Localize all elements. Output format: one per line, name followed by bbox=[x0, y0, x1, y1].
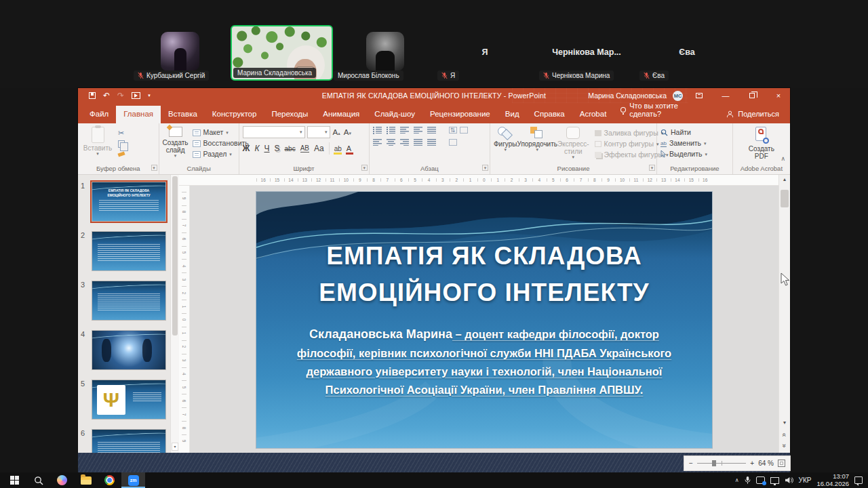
participant-video-1[interactable] bbox=[161, 32, 199, 71]
slide-thumbnail-1[interactable]: ЕМПАТІЯ ЯК СКЛАДОВАЕМОЦІЙНОГО ІНТЕЛЕКТУ bbox=[92, 182, 166, 222]
scroll-down-icon[interactable]: ▾ bbox=[172, 443, 178, 451]
copy-icon[interactable] bbox=[118, 140, 125, 148]
language-indicator[interactable]: УКР bbox=[799, 476, 812, 484]
slide-thumbnail-4[interactable] bbox=[92, 330, 166, 370]
arrange-button[interactable]: Упорядочить ▾ bbox=[517, 126, 557, 152]
account-avatar[interactable]: МС bbox=[673, 91, 683, 101]
decrease-indent-icon[interactable] bbox=[400, 126, 409, 134]
create-pdf-button[interactable]: Создать PDF bbox=[741, 126, 782, 160]
dialog-launcher-icon[interactable]: ▾ bbox=[361, 165, 368, 171]
justify-icon[interactable] bbox=[414, 138, 422, 146]
shapes-button[interactable]: Фигуры ▾ bbox=[494, 126, 517, 152]
select-button[interactable]: Выделить ▾ bbox=[660, 149, 707, 159]
participant-video-2-active-speaker[interactable]: Марина Складановська bbox=[231, 25, 333, 81]
scroll-up-icon[interactable]: ▴ bbox=[779, 176, 790, 182]
highlight-color-button[interactable]: ab bbox=[334, 145, 342, 152]
thumbnail-item-5[interactable]: 5 Ψ bbox=[81, 380, 166, 420]
start-slideshow-icon[interactable] bbox=[132, 92, 140, 99]
save-icon[interactable] bbox=[89, 92, 96, 99]
cut-icon[interactable]: ✂ bbox=[118, 129, 125, 138]
new-slide-button[interactable]: Создать слайд ▾ bbox=[163, 126, 189, 158]
replace-button[interactable]: ab Заменить ▾ bbox=[660, 138, 707, 148]
slide-thumbnail-5[interactable]: Ψ bbox=[92, 380, 166, 420]
thumbnail-item-2[interactable]: 2 bbox=[81, 231, 166, 271]
bullets-icon[interactable] bbox=[373, 126, 382, 134]
taskbar-chrome-button[interactable] bbox=[98, 472, 121, 488]
vertical-scrollbar[interactable]: ▴ ▾ « » bbox=[778, 175, 790, 453]
format-painter-icon[interactable] bbox=[118, 150, 125, 157]
minimize-button[interactable]: — bbox=[715, 88, 736, 103]
share-button[interactable]: Поделиться bbox=[715, 106, 790, 123]
taskbar-zoom-button[interactable]: zm bbox=[121, 472, 145, 488]
zoom-out-button[interactable]: − bbox=[689, 460, 693, 467]
thumbnail-item-3[interactable]: 3 bbox=[81, 281, 166, 321]
fit-to-window-icon[interactable] bbox=[778, 460, 785, 467]
previous-slide-button[interactable]: « bbox=[779, 431, 790, 439]
undo-icon[interactable]: ↶ bbox=[103, 92, 110, 99]
next-slide-button[interactable]: » bbox=[779, 442, 790, 449]
find-button[interactable]: Найти bbox=[660, 127, 707, 138]
grow-font-button[interactable]: А▴ bbox=[332, 128, 341, 136]
font-color-button[interactable]: А bbox=[347, 144, 351, 152]
zoom-slider[interactable] bbox=[697, 463, 747, 464]
thumbnail-item-6[interactable]: 6 bbox=[81, 429, 166, 453]
close-button[interactable]: × bbox=[768, 88, 789, 103]
font-name-combo[interactable]: ▾ bbox=[243, 126, 305, 138]
restore-button[interactable] bbox=[742, 88, 762, 103]
bold-button[interactable]: Ж bbox=[243, 144, 250, 153]
tab-design[interactable]: Конструктор bbox=[205, 106, 264, 123]
taskbar-search-button[interactable] bbox=[26, 472, 50, 488]
increase-indent-icon[interactable] bbox=[414, 126, 422, 134]
strikethrough-button[interactable]: abc bbox=[285, 145, 296, 152]
dialog-launcher-icon[interactable]: ▾ bbox=[482, 165, 488, 171]
slide-title[interactable]: ЕМПАТІЯ ЯК СКЛАДОВАЕМОЦІЙНОГО ІНТЕЛЕКТУ bbox=[256, 238, 712, 310]
align-text-icon[interactable] bbox=[460, 127, 468, 134]
taskbar-explorer-button[interactable] bbox=[74, 472, 98, 488]
action-center-icon[interactable] bbox=[854, 476, 863, 484]
tab-transitions[interactable]: Переходы bbox=[264, 106, 315, 123]
dialog-launcher-icon[interactable]: ▾ bbox=[151, 165, 157, 171]
zoom-slider-thumb[interactable] bbox=[712, 460, 716, 466]
character-spacing-button[interactable]: АВ bbox=[300, 144, 309, 152]
line-spacing-icon[interactable] bbox=[427, 126, 436, 134]
tab-home[interactable]: Главная bbox=[116, 106, 161, 123]
taskbar-copilot-button[interactable] bbox=[50, 472, 74, 488]
align-center-icon[interactable] bbox=[387, 138, 395, 146]
redo-icon[interactable]: ↷ bbox=[117, 92, 124, 99]
tab-animations[interactable]: Анимация bbox=[315, 106, 367, 123]
dialog-launcher-icon[interactable]: ▾ bbox=[649, 165, 655, 171]
taskbar-clock[interactable]: 13:07 16.04.2026 bbox=[816, 473, 849, 488]
tab-view[interactable]: Вид bbox=[498, 106, 527, 123]
ribbon-display-options-button[interactable] bbox=[689, 88, 709, 103]
slide-thumbnail-3[interactable] bbox=[92, 281, 166, 321]
participant-video-3[interactable] bbox=[366, 32, 404, 71]
tab-review[interactable]: Рецензирование bbox=[422, 106, 498, 123]
align-right-icon[interactable] bbox=[400, 138, 409, 146]
change-case-button[interactable]: Aa bbox=[314, 144, 324, 153]
slide-body-text[interactable]: Складановська Марина – доцент кафедри фі… bbox=[286, 325, 682, 399]
thumbnail-item-4[interactable]: 4 bbox=[81, 330, 166, 370]
qat-customize-icon[interactable]: ▾ bbox=[148, 94, 151, 98]
underline-button[interactable]: Ч bbox=[264, 144, 270, 153]
paste-button[interactable]: Вставить ▾ bbox=[81, 126, 114, 156]
collapse-ribbon-icon[interactable]: ∧ bbox=[781, 155, 785, 162]
scrollbar-thumb[interactable] bbox=[172, 176, 178, 336]
slide-thumbnail-2[interactable] bbox=[92, 231, 166, 271]
italic-button[interactable]: К bbox=[254, 144, 259, 153]
participant-display-4[interactable]: Я bbox=[434, 47, 536, 57]
start-button[interactable] bbox=[3, 472, 26, 488]
numbering-icon[interactable] bbox=[387, 126, 395, 134]
thumbnails-scrollbar[interactable]: ▾ bbox=[170, 175, 179, 453]
columns-icon[interactable] bbox=[427, 138, 436, 146]
tab-help[interactable]: Справка bbox=[527, 106, 572, 123]
smartart-convert-icon[interactable] bbox=[449, 139, 457, 146]
text-shadow-button[interactable]: S bbox=[275, 144, 280, 153]
network-icon[interactable] bbox=[770, 477, 779, 484]
slide-editing-area[interactable]: ЕМПАТІЯ ЯК СКЛАДОВАЕМОЦІЙНОГО ІНТЕЛЕКТУ … bbox=[256, 192, 712, 448]
account-user-name[interactable]: Марина Складоновська bbox=[588, 92, 667, 100]
tab-slideshow[interactable]: Слайд-шоу bbox=[367, 106, 422, 123]
thumbnail-item-1[interactable]: 1 ЕМПАТІЯ ЯК СКЛАДОВАЕМОЦІЙНОГО ІНТЕЛЕКТ… bbox=[81, 182, 166, 222]
tab-file[interactable]: Файл bbox=[82, 106, 116, 123]
tray-mic-icon[interactable] bbox=[745, 476, 751, 485]
tab-acrobat[interactable]: Acrobat bbox=[572, 106, 614, 123]
